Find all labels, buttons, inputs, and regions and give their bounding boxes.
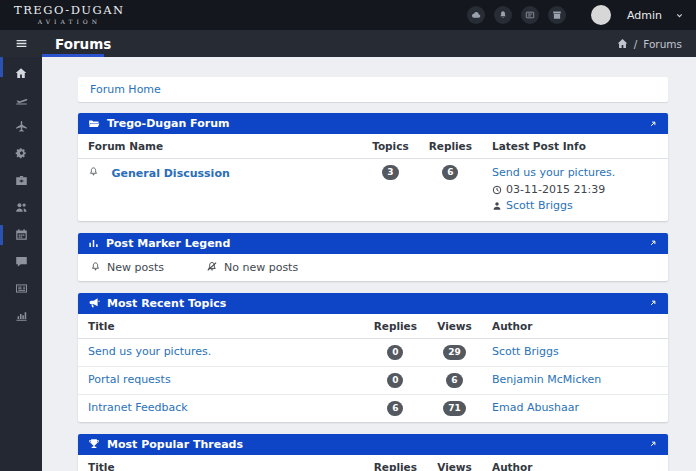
author-link[interactable]: Scott Briggs <box>492 345 559 358</box>
clock-icon <box>492 185 502 195</box>
topic-row: Portal requests 0 6 Benjamin McMicken <box>78 366 668 394</box>
views-badge: 29 <box>443 345 466 360</box>
bell-icon[interactable] <box>494 6 512 24</box>
legend-no-new-posts: No new posts <box>206 261 298 274</box>
forum-home-link[interactable]: Forum Home <box>90 83 161 96</box>
cloud-icon[interactable] <box>467 6 485 24</box>
sidebar-nav <box>0 57 42 471</box>
legend-new-posts: New posts <box>90 261 164 274</box>
bell-icon <box>90 261 101 273</box>
sidebar-item-calendar-icon[interactable] <box>0 221 42 248</box>
user-avatar[interactable] <box>591 5 611 25</box>
sidebar-item-comment-icon[interactable] <box>0 248 42 275</box>
breadcrumb-separator: / <box>634 38 638 50</box>
expand-arrow-icon[interactable] <box>648 119 658 129</box>
sidebar-item-gears-icon[interactable] <box>0 140 42 167</box>
top-navbar: TREGO-DUGAN AVIATION Admin <box>0 0 696 30</box>
topbar-actions: Admin <box>467 5 684 25</box>
col-author: Author <box>482 455 668 471</box>
sidebar-item-users-icon[interactable] <box>0 194 42 221</box>
sidebar-item-briefcase-icon[interactable] <box>0 167 42 194</box>
breadcrumb-current: Forums <box>643 38 682 50</box>
col-replies: Replies <box>364 314 427 339</box>
col-forum-name: Forum Name <box>78 134 362 159</box>
recent-topics-header: Most Recent Topics <box>78 293 668 314</box>
main-forum-panel-header: Trego-Dugan Forum <box>78 113 668 134</box>
col-views: Views <box>427 455 482 471</box>
logo-line1: TREGO-DUGAN <box>14 5 125 17</box>
company-logo: TREGO-DUGAN AVIATION <box>14 5 125 25</box>
recent-topics-panel: Most Recent Topics Title Replies Views A… <box>78 293 668 422</box>
expand-arrow-icon[interactable] <box>648 238 658 248</box>
stats-icon <box>88 238 99 249</box>
popular-threads-table: Title Replies Views Author Intranet Feed… <box>78 455 668 471</box>
breadcrumb: / Forums <box>617 38 682 50</box>
breadcrumb-home-icon[interactable] <box>617 38 628 49</box>
expand-arrow-icon[interactable] <box>648 298 658 308</box>
col-title: Title <box>78 455 364 471</box>
popular-threads-title: Most Popular Threads <box>107 438 243 451</box>
sidebar-indicator <box>0 57 3 77</box>
sidebar-item-flight-departure-icon[interactable] <box>0 86 42 113</box>
forum-row: General Discussion 3 6 Send us your pict… <box>78 159 668 221</box>
trophy-icon <box>88 438 100 450</box>
col-views: Views <box>427 314 482 339</box>
post-marker-legend-panel: Post Marker Legend New posts No new post <box>78 233 668 281</box>
main-forum-table: Forum Name Topics Replies Latest Post In… <box>78 134 668 221</box>
forum-link[interactable]: General Discussion <box>112 167 230 180</box>
sidebar-indicator <box>0 225 3 245</box>
replies-badge: 6 <box>387 401 403 416</box>
author-link[interactable]: Benjamin McMicken <box>492 373 601 386</box>
topic-link[interactable]: Send us your pictures. <box>88 345 211 358</box>
sidebar-item-bar-chart-icon[interactable] <box>0 302 42 329</box>
bell-slash-icon <box>206 261 218 273</box>
topic-link[interactable]: Portal requests <box>88 373 171 386</box>
col-latest-post-info: Latest Post Info <box>482 134 668 159</box>
recent-topics-title: Most Recent Topics <box>107 297 226 310</box>
forum-home-bar: Forum Home <box>78 77 668 102</box>
legend-panel-header: Post Marker Legend <box>78 233 668 254</box>
topic-link[interactable]: Intranet Feedback <box>88 401 188 414</box>
page-title: Forums <box>55 36 111 52</box>
page-header-bar: Forums / Forums <box>0 30 696 57</box>
bullhorn-icon <box>88 297 100 309</box>
views-badge: 71 <box>443 401 466 416</box>
logo-line2: AVIATION <box>14 19 125 25</box>
topic-row: Send us your pictures. 0 29 Scott Briggs <box>78 338 668 366</box>
replies-badge: 0 <box>387 345 403 360</box>
user-icon <box>492 201 502 211</box>
latest-post-author-link[interactable]: Scott Briggs <box>506 198 573 215</box>
user-name[interactable]: Admin <box>627 9 662 22</box>
col-topics: Topics <box>362 134 419 159</box>
replies-badge: 6 <box>442 165 458 180</box>
col-title: Title <box>78 314 364 339</box>
table-header-row: Forum Name Topics Replies Latest Post In… <box>78 134 668 159</box>
topics-badge: 3 <box>382 165 398 180</box>
legend-new-posts-label: New posts <box>107 261 164 274</box>
popular-threads-header: Most Popular Threads <box>78 434 668 455</box>
sidebar-item-newspaper-icon[interactable] <box>0 275 42 302</box>
legend-body: New posts No new posts <box>78 254 668 281</box>
folder-open-icon <box>88 118 100 130</box>
chevron-down-icon[interactable] <box>675 11 684 20</box>
legend-no-new-posts-label: No new posts <box>224 261 298 274</box>
col-author: Author <box>482 314 668 339</box>
sidebar-item-plane-icon[interactable] <box>0 113 42 140</box>
legend-panel-title: Post Marker Legend <box>106 237 230 250</box>
table-header-row: Title Replies Views Author <box>78 314 668 339</box>
main-forum-panel: Trego-Dugan Forum Forum Name Topics Repl… <box>78 113 668 221</box>
expand-arrow-icon[interactable] <box>648 439 658 449</box>
main-forum-panel-title: Trego-Dugan Forum <box>107 117 229 130</box>
col-replies: Replies <box>364 455 427 471</box>
latest-post-datetime: 03-11-2015 21:39 <box>506 182 605 199</box>
latest-post-link[interactable]: Send us your pictures. <box>492 166 615 179</box>
new-posts-bell-icon <box>88 166 99 178</box>
main-content: Forum Home Trego-Dugan Forum Forum Name … <box>42 57 696 471</box>
replies-badge: 0 <box>387 373 403 388</box>
popular-threads-panel: Most Popular Threads Title Replies Views… <box>78 434 668 471</box>
sidebar-item-home-icon[interactable] <box>0 59 42 86</box>
author-link[interactable]: Emad Abushaar <box>492 401 579 414</box>
menu-toggle-icon[interactable] <box>0 37 42 50</box>
archive-icon[interactable] <box>548 6 566 24</box>
messages-icon[interactable] <box>521 6 539 24</box>
